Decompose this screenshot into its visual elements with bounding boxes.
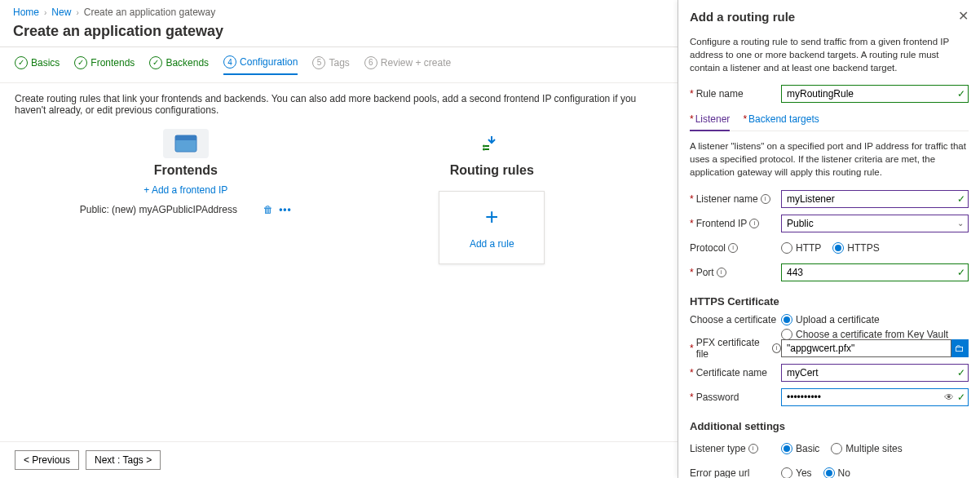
pfx-file-input[interactable] [781, 339, 951, 357]
info-icon[interactable]: i [772, 343, 781, 353]
main-panel: Home › New › Create an application gatew… [0, 0, 678, 478]
info-icon[interactable]: i [749, 219, 759, 228]
close-icon[interactable]: ✕ [958, 10, 969, 23]
upload-certificate-radio[interactable]: Upload a certificate [781, 314, 880, 325]
subtab-listener[interactable]: *Listener [690, 113, 730, 131]
breadcrumb-home[interactable]: Home [13, 7, 39, 18]
protocol-http-radio[interactable]: HTTP [781, 242, 821, 254]
breadcrumb-new[interactable]: New [51, 7, 71, 18]
tab-backends[interactable]: ✓Backends [149, 55, 209, 74]
info-icon[interactable]: i [748, 444, 758, 454]
port-label: *Porti [690, 267, 781, 278]
frontend-ip-label: *Frontend IPi [690, 218, 781, 229]
previous-button[interactable]: < Previous [15, 450, 79, 470]
info-icon[interactable]: i [728, 243, 738, 253]
listener-name-label: *Listener namei [690, 193, 781, 205]
routing-rules-title: Routing rules [450, 163, 534, 178]
tab-tags: 5Tags [312, 55, 349, 74]
check-icon: ✓ [149, 56, 162, 69]
certificate-name-input[interactable] [781, 364, 969, 382]
error-page-yes-radio[interactable]: Yes [781, 467, 812, 478]
folder-icon: 🗀 [955, 343, 965, 354]
delete-icon[interactable]: 🗑 [263, 204, 273, 215]
browse-file-button[interactable]: 🗀 [951, 339, 969, 357]
page-title: Create an application gateway [0, 21, 678, 47]
tab-frontends[interactable]: ✓Frontends [74, 55, 135, 74]
rule-name-input[interactable] [781, 85, 969, 103]
svg-rect-1 [175, 135, 196, 140]
listener-type-label: Listener typei [690, 443, 781, 454]
frontend-ip-select[interactable] [781, 215, 969, 232]
add-rule-card[interactable]: + Add a rule [439, 191, 545, 264]
rule-name-label: *Rule name [690, 88, 781, 100]
routing-rules-icon [469, 129, 514, 158]
panel-description: Configure a routing rule to send traffic… [690, 35, 969, 74]
listener-type-basic-radio[interactable]: Basic [781, 443, 819, 454]
tab-review: 6Review + create [364, 55, 451, 74]
port-input[interactable] [781, 263, 969, 281]
frontends-title: Frontends [154, 163, 218, 178]
check-icon: ✓ [15, 56, 28, 69]
pfx-file-label: *PFX certificate filei [690, 337, 781, 360]
add-frontend-ip-link[interactable]: + Add a frontend IP [143, 184, 227, 196]
listener-type-multiple-radio[interactable]: Multiple sites [831, 443, 902, 454]
config-description: Create routing rules that link your fron… [0, 83, 678, 129]
password-input[interactable] [781, 388, 969, 406]
info-icon[interactable]: i [761, 194, 770, 204]
svg-point-3 [483, 148, 485, 151]
check-icon: ✓ [74, 56, 87, 69]
tab-configuration[interactable]: 4Configuration [223, 55, 298, 75]
subtab-backend-targets[interactable]: *Backend targets [743, 113, 819, 131]
protocol-label: Protocoli [690, 242, 781, 254]
add-routing-rule-panel: Add a routing rule ✕ Configure a routing… [678, 0, 980, 478]
frontends-column: Frontends + Add a frontend IP Public: (n… [64, 129, 308, 264]
wizard-tabs: ✓Basics ✓Frontends ✓Backends 4Configurat… [0, 47, 678, 83]
info-icon[interactable]: i [717, 268, 726, 277]
error-page-label: Error page url [690, 467, 781, 478]
chevron-right-icon: › [44, 8, 46, 17]
wizard-footer: < Previous Next : Tags > [0, 441, 678, 478]
frontend-ip-item: Public: (new) myAGPublicIPAddress 🗑 ••• [80, 204, 292, 215]
breadcrumb: Home › New › Create an application gatew… [0, 0, 678, 21]
config-canvas: Frontends + Add a frontend IP Public: (n… [0, 129, 678, 264]
additional-settings-heading: Additional settings [690, 420, 969, 432]
breadcrumb-current: Create an application gateway [84, 7, 215, 18]
more-icon[interactable]: ••• [279, 204, 292, 215]
next-button[interactable]: Next : Tags > [86, 450, 161, 470]
panel-title: Add a routing rule [690, 10, 795, 24]
protocol-https-radio[interactable]: HTTPS [832, 242, 879, 254]
routing-rules-column: Routing rules + Add a rule [369, 129, 614, 264]
certificate-name-label: *Certificate name [690, 367, 781, 378]
plus-icon: + [485, 206, 498, 228]
svg-point-2 [483, 145, 485, 148]
tab-basics[interactable]: ✓Basics [15, 55, 60, 74]
frontend-ip-label: Public: (new) myAGPublicIPAddress [80, 204, 237, 215]
choose-certificate-label: Choose a certificate [690, 314, 781, 325]
chevron-right-icon: › [76, 8, 78, 17]
https-certificate-heading: HTTPS Certificate [690, 295, 969, 308]
add-rule-label: Add a rule [470, 238, 514, 250]
frontends-icon [163, 129, 209, 158]
panel-subtabs: *Listener *Backend targets [690, 113, 969, 131]
eye-icon[interactable]: 👁 [944, 392, 954, 403]
listener-description: A listener "listens" on a specified port… [690, 139, 969, 179]
password-label: *Password [690, 392, 781, 403]
listener-name-input[interactable] [781, 190, 969, 208]
error-page-no-radio[interactable]: No [823, 467, 850, 478]
